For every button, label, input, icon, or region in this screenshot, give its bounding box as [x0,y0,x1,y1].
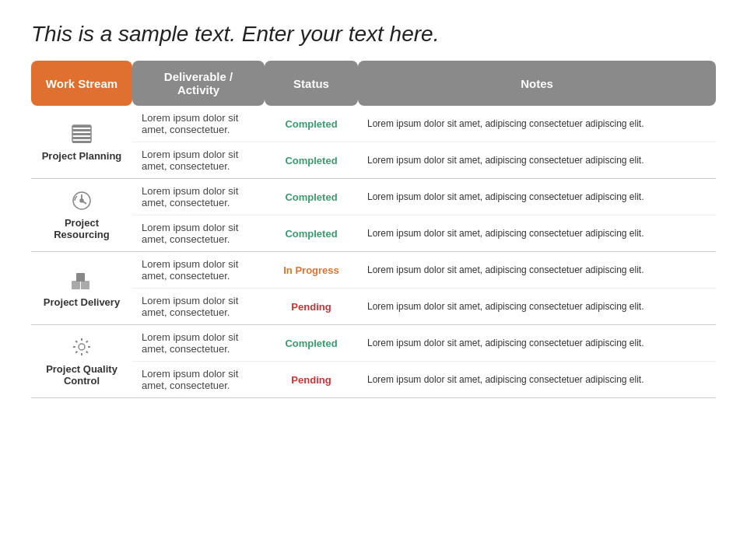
td-notes: Lorem ipsum dolor sit amet, adipiscing c… [358,179,716,215]
td-notes: Lorem ipsum dolor sit amet, adipiscing c… [358,252,716,289]
col-deliverable-header: Deliverable / Activity [132,61,265,106]
td-deliverable: Lorem ipsum dolor sit amet, consectetuer… [132,106,265,142]
gear-icon [71,336,93,360]
td-workstream-delivery: Project Delivery [31,252,132,325]
workstream-label-planning: Project Planning [42,150,122,162]
table-row: Project DeliveryLorem ipsum dolor sit am… [31,252,716,289]
td-workstream-planning: Project Planning [31,106,132,179]
workstream-cell-planning: Project Planning [40,123,123,162]
table-row: Project Quality ControlLorem ipsum dolor… [31,325,716,362]
td-status: Completed [265,179,358,215]
svg-point-7 [80,199,83,202]
td-deliverable: Lorem ipsum dolor sit amet, consectetuer… [132,252,265,289]
td-deliverable: Lorem ipsum dolor sit amet, consectetuer… [132,362,265,398]
col-workstream-header: Work Stream [31,61,132,106]
table-row: Project ResourcingLorem ipsum dolor sit … [31,179,716,215]
td-workstream-quality: Project Quality Control [31,325,132,398]
svg-rect-2 [72,133,91,135]
col-status-header: Status [265,61,358,106]
td-deliverable: Lorem ipsum dolor sit amet, consectetuer… [132,179,265,215]
td-notes: Lorem ipsum dolor sit amet, adipiscing c… [358,106,716,142]
td-status: In Progress [265,252,358,289]
table-row: Lorem ipsum dolor sit amet, consectetuer… [31,289,716,325]
svg-rect-10 [76,273,85,282]
header-row: Work Stream Deliverable / Activity Statu… [31,61,716,106]
table-row: Lorem ipsum dolor sit amet, consectetuer… [31,215,716,252]
workstream-label-quality: Project Quality Control [40,363,123,387]
td-status: Completed [265,142,358,179]
svg-rect-1 [72,129,91,131]
workstream-cell-delivery: Project Delivery [40,269,123,308]
td-status: Completed [265,106,358,142]
td-notes: Lorem ipsum dolor sit amet, adipiscing c… [358,289,716,325]
table-row: Lorem ipsum dolor sit amet, consectetuer… [31,142,716,179]
chart-icon [71,190,93,214]
table-row: Lorem ipsum dolor sit amet, consectetuer… [31,362,716,398]
td-deliverable: Lorem ipsum dolor sit amet, consectetuer… [132,215,265,252]
main-table: Work Stream Deliverable / Activity Statu… [31,61,716,398]
td-notes: Lorem ipsum dolor sit amet, adipiscing c… [358,325,716,362]
td-status: Pending [265,289,358,325]
td-deliverable: Lorem ipsum dolor sit amet, consectetuer… [132,289,265,325]
td-deliverable: Lorem ipsum dolor sit amet, consectetuer… [132,325,265,362]
td-status: Pending [265,362,358,398]
page-title: This is a sample text. Enter your text h… [0,0,747,61]
td-deliverable: Lorem ipsum dolor sit amet, consectetuer… [132,142,265,179]
table-wrapper: Work Stream Deliverable / Activity Statu… [0,61,747,398]
workstream-cell-resourcing: Project Resourcing [40,190,123,240]
table-row: Project PlanningLorem ipsum dolor sit am… [31,106,716,142]
td-status: Completed [265,215,358,252]
td-workstream-resourcing: Project Resourcing [31,179,132,252]
td-notes: Lorem ipsum dolor sit amet, adipiscing c… [358,215,716,252]
td-notes: Lorem ipsum dolor sit amet, adipiscing c… [358,142,716,179]
svg-rect-3 [72,137,91,139]
workstream-label-delivery: Project Delivery [44,296,120,308]
workstream-label-resourcing: Project Resourcing [40,217,123,240]
svg-point-11 [79,344,85,350]
svg-rect-8 [72,281,80,289]
td-notes: Lorem ipsum dolor sit amet, adipiscing c… [358,362,716,398]
svg-rect-9 [81,281,89,289]
col-notes-header: Notes [358,61,716,106]
td-status: Completed [265,325,358,362]
workstream-cell-quality: Project Quality Control [40,336,123,387]
list-icon [71,123,93,147]
boxes-icon [71,269,93,293]
